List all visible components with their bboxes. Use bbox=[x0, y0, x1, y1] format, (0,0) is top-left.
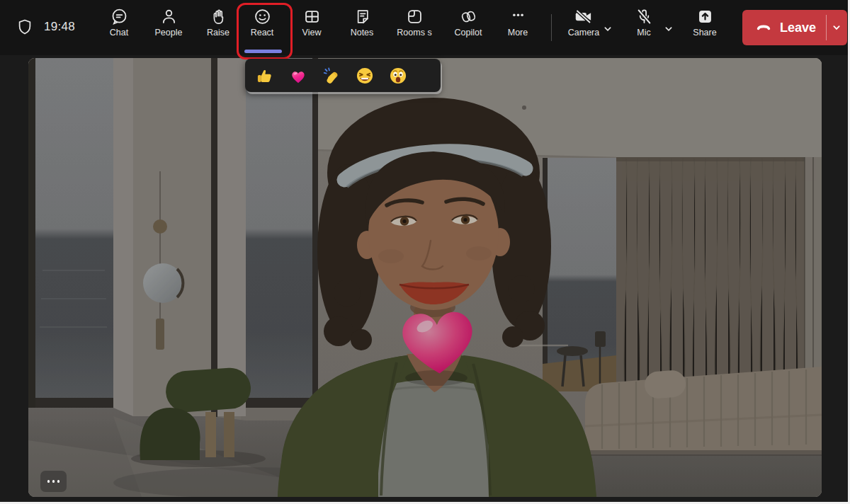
toolbar-divider bbox=[551, 14, 552, 41]
chat-bubble-icon bbox=[110, 7, 129, 26]
view-label: View bbox=[302, 28, 322, 38]
react-active-underline bbox=[244, 50, 282, 53]
ellipsis-dot bbox=[57, 480, 60, 483]
raise-hand-icon bbox=[209, 7, 228, 26]
more-ellipsis-icon bbox=[509, 7, 528, 26]
more-button[interactable]: More bbox=[495, 6, 540, 50]
reactions-flyout bbox=[245, 59, 441, 92]
raise-label: Raise bbox=[207, 28, 230, 38]
notes-button[interactable]: Notes bbox=[339, 6, 385, 50]
teams-meeting-window: 19:48 Chat People bbox=[0, 0, 850, 504]
view-button[interactable]: View bbox=[289, 6, 334, 50]
hangup-phone-icon bbox=[754, 18, 774, 38]
react-label: React bbox=[251, 28, 274, 38]
laugh-emoji[interactable] bbox=[353, 64, 375, 86]
copilot-icon bbox=[459, 7, 478, 26]
rooms-label: Rooms s bbox=[397, 28, 431, 38]
rooms-icon bbox=[405, 7, 424, 26]
camera-label: Camera bbox=[568, 28, 599, 38]
view-grid-icon bbox=[302, 7, 322, 26]
people-icon bbox=[159, 7, 178, 26]
notes-icon bbox=[353, 7, 372, 26]
copilot-label: Copilot bbox=[455, 28, 482, 38]
mic-button[interactable]: Mic bbox=[621, 6, 667, 50]
video-more-options-button[interactable] bbox=[40, 471, 67, 492]
participant-video bbox=[28, 58, 822, 497]
raise-hand-button[interactable]: Raise bbox=[196, 6, 241, 50]
mic-chevron-icon[interactable] bbox=[661, 21, 676, 40]
leave-label: Leave bbox=[780, 21, 816, 35]
copilot-button[interactable]: Copilot bbox=[446, 6, 491, 50]
chat-label: Chat bbox=[110, 28, 128, 38]
meeting-toolbar: 19:48 Chat People bbox=[0, 0, 848, 55]
camera-off-icon bbox=[573, 7, 594, 26]
leave-button[interactable]: Leave bbox=[742, 10, 847, 45]
react-button[interactable]: React bbox=[239, 6, 285, 50]
mic-off-icon bbox=[635, 7, 654, 26]
people-label: People bbox=[155, 28, 183, 38]
ellipsis-dot bbox=[52, 480, 55, 483]
avatar-scene bbox=[28, 58, 822, 497]
more-label: More bbox=[508, 28, 528, 38]
rooms-button[interactable]: Rooms s bbox=[392, 6, 437, 50]
share-screen-icon bbox=[696, 7, 715, 26]
meeting-timer: 19:48 bbox=[44, 20, 75, 34]
camera-chevron-icon[interactable] bbox=[600, 21, 616, 40]
privacy-shield-icon bbox=[16, 18, 34, 39]
share-button[interactable]: Share bbox=[682, 6, 727, 50]
chat-button[interactable]: Chat bbox=[96, 6, 142, 50]
share-label: Share bbox=[693, 28, 716, 38]
notes-label: Notes bbox=[351, 28, 374, 38]
heart-emoji[interactable] bbox=[287, 64, 309, 86]
leave-chevron-icon[interactable] bbox=[827, 20, 847, 35]
people-button[interactable]: People bbox=[146, 6, 191, 50]
clap-emoji[interactable] bbox=[320, 64, 342, 86]
surprised-emoji[interactable] bbox=[387, 64, 409, 86]
mic-label: Mic bbox=[637, 28, 650, 38]
meeting-stage bbox=[0, 55, 848, 502]
ellipsis-dot bbox=[47, 480, 50, 483]
thumbs-up-emoji[interactable] bbox=[254, 64, 276, 86]
react-smiley-icon bbox=[253, 7, 272, 26]
